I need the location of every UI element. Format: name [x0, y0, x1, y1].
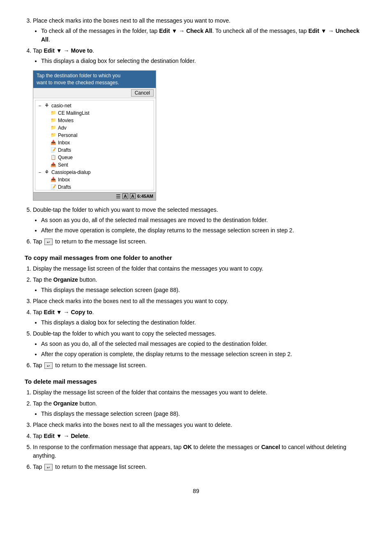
step-4-bullets: This displays a dialog box for selecting… — [41, 57, 367, 65]
tree-expand-sent — [44, 162, 49, 167]
back-icon-copy: ↩ — [44, 362, 53, 369]
delete-step-2: Tap the Organize button. This displays t… — [33, 399, 367, 418]
step-5-move-bullet-2: After the move operation is complete, th… — [41, 226, 367, 235]
tree-expand-ce — [44, 111, 49, 116]
step-5-move: Double-tap the folder to which you want … — [33, 206, 367, 235]
copy-step-2-bullets: This displays the message selection scre… — [41, 286, 367, 294]
status-icon-1: ☰ — [116, 193, 121, 199]
tree-expand-casio-net: − — [37, 103, 43, 108]
dialog-header: Tap the destination folder to which youw… — [33, 71, 156, 88]
tree-expand-inbox2 — [44, 177, 49, 182]
delete-step-3: Place check marks into the boxes next to… — [33, 421, 367, 429]
inbox-icon-2: 📥 — [50, 176, 57, 183]
status-time: 6:45AM — [137, 194, 153, 199]
drafts-icon-2: 📝 — [50, 184, 57, 190]
tree-label-queue1: Queue — [58, 155, 73, 160]
status-icons: ☰ A A 6:45AM — [116, 193, 153, 199]
copy-step-4-bullet-1: This displays a dialog box for selecting… — [41, 318, 367, 327]
section-delete-heading: To delete mail messages — [25, 378, 367, 385]
dialog-tree[interactable]: − ⚘ casio-net 📁 CE MailingList 📁 Movies … — [35, 100, 154, 190]
copy-step-5-bullet-1: As soon as you do, all of the selected m… — [41, 340, 367, 348]
step-4: Tap Edit ▼ → Move to. This displays a di… — [33, 46, 367, 65]
tree-item-inbox2[interactable]: 📥 Inbox — [37, 176, 152, 183]
network-icon-casio-net: ⚘ — [44, 102, 50, 109]
back-icon-move: ↩ — [44, 239, 53, 245]
tree-label-movies: Movies — [58, 118, 74, 123]
tree-item-cemailinglist[interactable]: 📁 CE MailingList — [37, 109, 152, 117]
tree-expand-personal — [44, 133, 49, 138]
dialog-toolbar: Cancel — [33, 88, 156, 98]
tree-label-casio-net: casio-net — [51, 103, 71, 109]
tree-expand-inbox1 — [44, 140, 49, 145]
section-copy-heading: To copy mail messages from one folder to… — [25, 254, 367, 261]
tree-label-adv: Adv — [58, 125, 67, 131]
inbox-icon-1: 📥 — [50, 139, 57, 146]
queue-icon-1: 📋 — [50, 154, 57, 161]
tree-item-drafts2[interactable]: 📝 Drafts — [37, 183, 152, 190]
tree-expand-adv — [44, 125, 49, 130]
copy-step-4: Tap Edit ▼ → Copy to. This displays a di… — [33, 308, 367, 327]
steps-list-copy: Display the message list screen of the f… — [33, 264, 367, 370]
dialog-header-text: Tap the destination folder to which youw… — [37, 73, 120, 86]
copy-step-5-bullet-2: After the copy operation is complete, th… — [41, 350, 367, 359]
tree-item-personal[interactable]: 📁 Personal — [37, 132, 152, 139]
tree-label-drafts2: Drafts — [58, 184, 71, 190]
delete-step-2-bullet-1: This displays the message selection scre… — [41, 410, 367, 418]
copy-step-5-bullets: As soon as you do, all of the selected m… — [41, 340, 367, 359]
steps-list-move: Place check marks into the boxes next to… — [33, 16, 367, 65]
delete-step-4: Tap Edit ▼ → Delete. — [33, 432, 367, 440]
tree-label-drafts1: Drafts — [58, 147, 71, 153]
tree-item-movies[interactable]: 📁 Movies — [37, 117, 152, 124]
step-3-bullets: To check all of the messages in the fold… — [41, 27, 367, 44]
tree-expand-drafts2 — [44, 185, 49, 190]
network-icon-cassiopeia: ⚘ — [44, 169, 50, 176]
copy-step-2-bullet-1: This displays the message selection scre… — [41, 286, 367, 294]
copy-step-4-bullets: This displays a dialog box for selecting… — [41, 318, 367, 327]
copy-step-1: Display the message list screen of the f… — [33, 264, 367, 273]
folder-icon-personal: 📁 — [50, 132, 57, 139]
status-icon-a2: A — [130, 193, 136, 199]
copy-step-2: Tap the Organize button. This displays t… — [33, 276, 367, 294]
copy-step-5: Double-tap the folder to which you want … — [33, 329, 367, 359]
tree-label-inbox1: Inbox — [58, 140, 70, 146]
tree-expand-queue1 — [44, 155, 49, 160]
status-icon-a1: A — [122, 193, 128, 199]
tree-item-queue1[interactable]: 📋 Queue — [37, 154, 152, 161]
step-5-move-bullet-1: As soon as you do, all of the selected m… — [41, 216, 367, 225]
step-6-move: Tap ↩ to return to the message list scre… — [33, 237, 367, 246]
tree-item-casio-net[interactable]: − ⚘ casio-net — [37, 102, 152, 109]
tree-label-inbox2: Inbox — [58, 177, 70, 183]
tree-expand-cassiopeia: − — [37, 170, 43, 175]
folder-icon-ce: 📁 — [50, 110, 57, 116]
step-4-bullet-1: This displays a dialog box for selecting… — [41, 57, 367, 65]
dialog-cancel-button[interactable]: Cancel — [131, 89, 154, 97]
delete-step-2-bullets: This displays the message selection scre… — [41, 410, 367, 418]
page-content: Place check marks into the boxes next to… — [25, 16, 367, 494]
move-dialog: Tap the destination folder to which youw… — [33, 70, 156, 201]
tree-item-drafts1[interactable]: 📝 Drafts — [37, 146, 152, 154]
copy-step-6: Tap ↩ to return to the message list scre… — [33, 361, 367, 370]
steps-list-move-cont: Double-tap the folder to which you want … — [33, 206, 367, 246]
tree-item-sent[interactable]: 📤 Sent — [37, 161, 152, 169]
steps-list-delete: Display the message list screen of the f… — [33, 388, 367, 471]
sent-icon-1: 📤 — [50, 162, 57, 168]
step-3: Place check marks into the boxes next to… — [33, 16, 367, 44]
drafts-icon-1: 📝 — [50, 147, 57, 153]
tree-item-inbox1[interactable]: 📥 Inbox — [37, 139, 152, 146]
step-3-bullet-1: To check all of the messages in the fold… — [41, 27, 367, 44]
folder-icon-movies: 📁 — [50, 117, 57, 124]
tree-expand-drafts1 — [44, 148, 49, 153]
back-icon-delete: ↩ — [44, 464, 53, 470]
delete-step-5: In response to the confirmation message … — [33, 443, 367, 460]
delete-step-6: Tap ↩ to return to the message list scre… — [33, 463, 367, 471]
tree-label-personal: Personal — [58, 132, 77, 138]
tree-expand-movies — [44, 118, 49, 123]
delete-step-1: Display the message list screen of the f… — [33, 388, 367, 397]
page-number: 89 — [25, 488, 367, 494]
dialog-statusbar: ☰ A A 6:45AM — [33, 192, 156, 200]
tree-item-adv[interactable]: 📁 Adv — [37, 124, 152, 132]
tree-label-sent: Sent — [58, 162, 68, 168]
tree-item-cassiopeia[interactable]: − ⚘ Cassiopeia-dialup — [37, 169, 152, 176]
tree-label-cassiopeia: Cassiopeia-dialup — [51, 169, 90, 175]
tree-label-ce: CE MailingList — [58, 110, 90, 116]
